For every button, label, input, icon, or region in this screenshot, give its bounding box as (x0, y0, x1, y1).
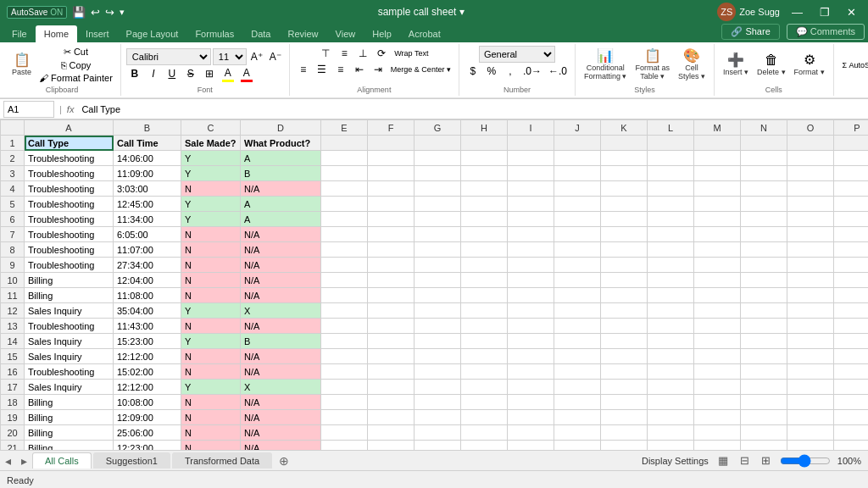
cell[interactable]: Troubleshooting (25, 166, 114, 181)
cell[interactable] (741, 258, 787, 273)
quick-access-save[interactable]: 💾 (72, 6, 86, 19)
cell[interactable]: Troubleshooting (25, 242, 114, 258)
cell[interactable] (694, 242, 741, 258)
number-format-select[interactable]: General (479, 46, 555, 63)
share-button[interactable]: 🔗 Share (721, 24, 779, 40)
cell[interactable] (741, 380, 787, 395)
row-header-9[interactable]: 9 (1, 258, 25, 273)
cell[interactable] (694, 151, 741, 166)
cut-button[interactable]: ✂ Cut (36, 46, 115, 58)
col-header-F[interactable]: F (368, 120, 415, 136)
underline-button[interactable]: U (164, 66, 181, 81)
cell[interactable] (368, 227, 415, 242)
cell[interactable] (321, 410, 368, 425)
cell[interactable]: N (181, 242, 241, 258)
cell[interactable] (601, 410, 648, 425)
cell[interactable]: What Product? (241, 136, 321, 151)
cell[interactable] (787, 288, 834, 303)
comments-button[interactable]: 💬 Comments (787, 24, 865, 40)
cell[interactable] (554, 273, 601, 288)
cell[interactable] (321, 181, 368, 197)
cell[interactable] (321, 349, 368, 364)
filename-dropdown[interactable]: ▾ (459, 6, 465, 18)
cell[interactable] (601, 441, 648, 451)
cell[interactable] (554, 364, 601, 380)
copy-button[interactable]: ⎘ Copy (36, 59, 115, 71)
cell[interactable] (741, 212, 787, 227)
cell[interactable] (554, 349, 601, 364)
row-header-1[interactable]: 1 (1, 136, 25, 151)
cell[interactable]: Troubleshooting (25, 364, 114, 380)
cell[interactable] (787, 425, 834, 441)
cell[interactable]: 12:45:00 (114, 197, 181, 212)
cell[interactable] (601, 288, 648, 303)
cell[interactable] (508, 364, 554, 380)
font-size-select[interactable]: 11 (213, 48, 247, 65)
cell[interactable] (787, 136, 834, 151)
cell[interactable] (648, 410, 694, 425)
cell[interactable]: N/A (241, 395, 321, 410)
cell[interactable] (554, 425, 601, 441)
cell[interactable]: N/A (241, 258, 321, 273)
cell[interactable] (461, 166, 508, 181)
cell[interactable] (601, 212, 648, 227)
zoom-slider[interactable] (780, 454, 831, 468)
tab-data[interactable]: Data (242, 25, 279, 42)
cell[interactable] (368, 136, 415, 151)
cell[interactable] (601, 334, 648, 349)
cell[interactable]: Troubleshooting (25, 197, 114, 212)
display-settings-button[interactable]: Display Settings (642, 456, 709, 466)
cell[interactable] (601, 197, 648, 212)
col-header-L[interactable]: L (648, 120, 694, 136)
cell[interactable] (554, 136, 601, 151)
cell[interactable]: A (241, 197, 321, 212)
cell[interactable] (648, 273, 694, 288)
cell[interactable] (554, 303, 601, 319)
cell[interactable] (461, 319, 508, 334)
cell[interactable]: Y (181, 380, 241, 395)
cell[interactable] (508, 212, 554, 227)
cell[interactable] (321, 303, 368, 319)
cell[interactable] (601, 227, 648, 242)
cell[interactable]: Billing (25, 288, 114, 303)
tab-review[interactable]: Review (279, 25, 326, 42)
cell[interactable] (461, 364, 508, 380)
cell[interactable] (415, 380, 461, 395)
cell[interactable] (834, 136, 869, 151)
cell[interactable] (554, 410, 601, 425)
cell[interactable] (415, 197, 461, 212)
cell[interactable] (368, 197, 415, 212)
font-color-button[interactable]: A (238, 66, 255, 81)
cell[interactable]: 11:09:00 (114, 166, 181, 181)
sheet-tab-all-calls[interactable]: All Calls (32, 452, 92, 469)
cell[interactable] (648, 364, 694, 380)
cell[interactable] (601, 395, 648, 410)
cell[interactable]: N/A (241, 181, 321, 197)
align-top-button[interactable]: ⊤ (317, 46, 334, 61)
cell[interactable] (694, 410, 741, 425)
cell[interactable] (368, 334, 415, 349)
cell[interactable] (648, 395, 694, 410)
cell[interactable] (787, 364, 834, 380)
cell[interactable] (834, 273, 869, 288)
cell[interactable]: 6:05:00 (114, 227, 181, 242)
cell[interactable] (694, 136, 741, 151)
increase-font-button[interactable]: A⁺ (248, 49, 265, 64)
cell[interactable] (415, 166, 461, 181)
cell[interactable] (648, 197, 694, 212)
cell[interactable]: N (181, 227, 241, 242)
cell[interactable] (415, 212, 461, 227)
cell[interactable]: 11:43:00 (114, 319, 181, 334)
cell[interactable] (461, 410, 508, 425)
cell[interactable] (461, 197, 508, 212)
strikethrough-button[interactable]: S (182, 66, 199, 81)
align-center-button[interactable]: ☰ (314, 62, 331, 77)
delete-button[interactable]: 🗑 Delete ▾ (754, 52, 789, 78)
cell[interactable] (787, 334, 834, 349)
cell[interactable] (787, 380, 834, 395)
autosum-button[interactable]: Σ AutoSum ▾ (839, 59, 868, 71)
cell[interactable] (368, 273, 415, 288)
cell[interactable] (787, 242, 834, 258)
italic-button[interactable]: I (145, 66, 162, 81)
cell[interactable] (787, 273, 834, 288)
